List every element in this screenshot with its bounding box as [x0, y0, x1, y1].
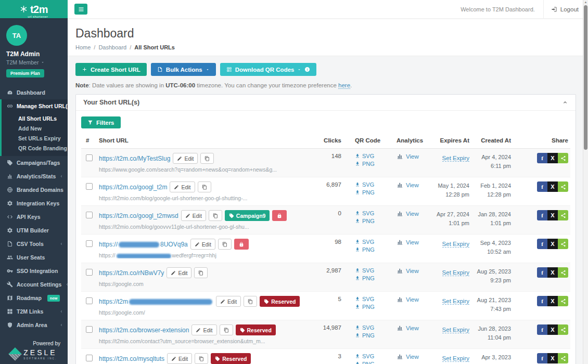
set-expiry-link[interactable]: Set Expiry [442, 327, 469, 333]
sidebar-item-campaigns-tags[interactable]: Campaigns/Tags [2, 156, 68, 170]
sidebar-subitem-add-new[interactable]: Add New [2, 123, 68, 133]
user-role-dropdown[interactable]: T2M Member [6, 59, 61, 66]
sidebar-item-user-seats[interactable]: User Seats [2, 251, 68, 264]
qr-svg-download-link[interactable]: SVG [355, 267, 390, 274]
qr-png-download-link[interactable]: PNG [355, 361, 390, 364]
qr-png-download-link[interactable]: PNG [355, 275, 390, 281]
x-share-button[interactable]: X [547, 210, 558, 220]
sidebar-subitem-set-urls-expiry[interactable]: Set URLs Expiry [2, 133, 68, 143]
copy-button[interactable] [209, 210, 222, 221]
row-checkbox[interactable] [86, 297, 93, 304]
facebook-share-button[interactable]: f [537, 353, 547, 363]
row-checkbox[interactable] [86, 269, 93, 276]
set-expiry-link[interactable]: Set Expiry [442, 355, 469, 362]
facebook-share-button[interactable]: f [537, 324, 547, 335]
x-share-button[interactable]: X [547, 267, 558, 278]
sidebar-toggle-button[interactable] [74, 4, 87, 15]
campaign-badge[interactable]: Campaign9 [225, 210, 270, 221]
copy-button[interactable] [218, 239, 232, 250]
qr-png-download-link[interactable]: PNG [355, 246, 390, 253]
x-share-button[interactable]: X [547, 353, 558, 363]
copy-button[interactable] [220, 324, 233, 335]
edit-button[interactable]: Edit [191, 324, 216, 335]
qr-svg-download-link[interactable]: SVG [355, 181, 390, 188]
qr-svg-download-link[interactable]: SVG [355, 353, 390, 359]
share-button[interactable] [558, 181, 568, 192]
facebook-share-button[interactable]: f [537, 210, 547, 220]
analytics-view-link[interactable]: View [406, 153, 419, 160]
lock-badge[interactable] [234, 239, 249, 250]
panel-collapse-button[interactable] [562, 99, 568, 106]
analytics-view-link[interactable]: View [406, 354, 419, 360]
create-short-url-button[interactable]: Create Short URL [75, 63, 147, 76]
qr-svg-download-link[interactable]: SVG [355, 324, 390, 331]
analytics-view-link[interactable]: View [406, 268, 419, 274]
scrollbar-thumb[interactable] [584, 5, 587, 150]
copy-button[interactable] [244, 296, 257, 307]
short-url-link[interactable]: https://t2m.co/rNBwV7y [99, 269, 164, 277]
x-share-button[interactable]: X [547, 181, 558, 192]
qr-svg-download-link[interactable]: SVG [355, 210, 390, 216]
window-scrollbar[interactable]: ▲ [583, 0, 588, 364]
share-button[interactable] [558, 296, 568, 306]
reserved-badge[interactable]: Reserved [211, 353, 251, 364]
set-expiry-link[interactable]: Set Expiry [442, 269, 469, 276]
facebook-share-button[interactable]: f [537, 153, 547, 163]
short-url-link[interactable]: https://t2m.co/MyTestSlug [99, 155, 170, 162]
sidebar-item-manage-short-url-s[interactable]: Manage Short URL(s) [2, 99, 68, 113]
set-expiry-link[interactable]: Set Expiry [442, 241, 469, 248]
short-url-link[interactable]: https://t2m.co/mysqltuts [99, 355, 164, 362]
copy-button[interactable] [195, 353, 208, 364]
share-button[interactable] [558, 210, 568, 220]
sidebar-item-analytics-stats[interactable]: Analytics/Stats [2, 170, 68, 183]
analytics-view-link[interactable]: View [406, 211, 419, 217]
lock-badge[interactable] [272, 210, 287, 221]
facebook-share-button[interactable]: f [537, 239, 547, 249]
edit-button[interactable]: Edit [167, 267, 191, 278]
edit-button[interactable]: Edit [173, 153, 198, 164]
brand-logo[interactable]: t2m url shortener [0, 0, 68, 18]
short-url-link[interactable]: https://8UOVq9a [99, 241, 188, 248]
sidebar-item-branded-domains[interactable]: Branded Domains [2, 183, 68, 197]
facebook-share-button[interactable]: f [537, 296, 547, 306]
share-button[interactable] [558, 153, 568, 163]
x-share-button[interactable]: X [547, 239, 558, 249]
qr-png-download-link[interactable]: PNG [355, 161, 390, 167]
sidebar-item-account-settings[interactable]: Account Settings [2, 278, 68, 291]
row-checkbox[interactable] [86, 212, 93, 218]
share-button[interactable] [558, 353, 568, 363]
copy-button[interactable] [194, 267, 208, 278]
row-checkbox[interactable] [86, 240, 93, 247]
breadcrumb-link-dashboard[interactable]: Dashboard [98, 44, 126, 50]
edit-button[interactable]: Edit [170, 181, 195, 192]
edit-button[interactable]: Edit [190, 239, 215, 250]
timezone-preference-link[interactable]: here [338, 82, 350, 89]
row-checkbox[interactable] [86, 183, 93, 190]
copy-button[interactable] [200, 153, 214, 164]
filters-button[interactable]: Filters [81, 116, 121, 128]
analytics-view-link[interactable]: View [406, 182, 419, 188]
bulk-actions-button[interactable]: Bulk Actions [151, 63, 216, 76]
reserved-badge[interactable]: Reserved [236, 324, 276, 335]
share-button[interactable] [558, 267, 568, 278]
sidebar-item-csv-tools[interactable]: CSV Tools [2, 237, 68, 251]
breadcrumb-link-home[interactable]: Home [75, 44, 91, 50]
row-checkbox[interactable] [86, 326, 93, 333]
row-checkbox[interactable] [86, 355, 93, 361]
scrollbar-up-arrow[interactable]: ▲ [583, 0, 588, 5]
facebook-share-button[interactable]: f [537, 181, 547, 192]
edit-button[interactable]: Edit [167, 353, 192, 364]
facebook-share-button[interactable]: f [537, 267, 547, 278]
x-share-button[interactable]: X [547, 324, 558, 335]
short-url-link[interactable]: https://t2m.co/googl_t2m [99, 184, 167, 191]
sidebar-item-sso-integration[interactable]: SSO Integration [2, 264, 68, 278]
qr-svg-download-link[interactable]: SVG [355, 239, 390, 245]
sidebar-item-t2m-links[interactable]: T2M Links [2, 305, 68, 318]
download-qr-codes-button[interactable]: Download QR Codes [220, 63, 317, 76]
analytics-view-link[interactable]: View [406, 239, 419, 245]
short-url-link[interactable]: https://t2m.co/browser-extension [99, 327, 189, 334]
sidebar-item-dashboard[interactable]: Dashboard [2, 86, 68, 99]
sidebar-item-utm-builder[interactable]: UTM Builder [2, 224, 68, 237]
x-share-button[interactable]: X [547, 153, 558, 163]
qr-svg-download-link[interactable]: SVG [355, 153, 390, 159]
